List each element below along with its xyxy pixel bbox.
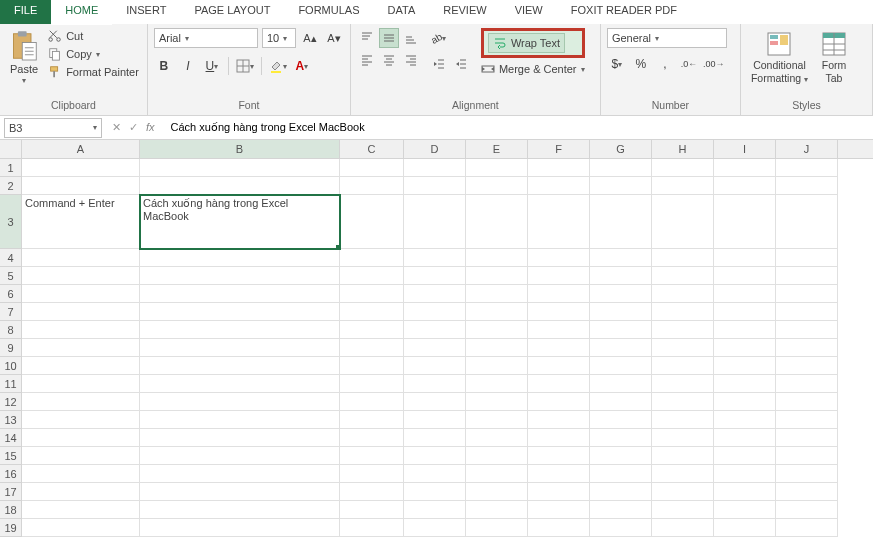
cell-D7[interactable]	[404, 303, 466, 321]
cell-D18[interactable]	[404, 501, 466, 519]
cell-H9[interactable]	[652, 339, 714, 357]
cell-B18[interactable]	[140, 501, 340, 519]
cell-H17[interactable]	[652, 483, 714, 501]
cell-H4[interactable]	[652, 249, 714, 267]
cell-F6[interactable]	[528, 285, 590, 303]
tab-home[interactable]: HOME	[51, 0, 112, 24]
format-painter-button[interactable]: Format Painter	[46, 64, 141, 80]
cell-D15[interactable]	[404, 447, 466, 465]
cell-C7[interactable]	[340, 303, 404, 321]
cell-A7[interactable]	[22, 303, 140, 321]
cell-I15[interactable]	[714, 447, 776, 465]
cell-B9[interactable]	[140, 339, 340, 357]
cell-E13[interactable]	[466, 411, 528, 429]
cell-A19[interactable]	[22, 519, 140, 537]
cell-H15[interactable]	[652, 447, 714, 465]
cell-H5[interactable]	[652, 267, 714, 285]
tab-insert[interactable]: INSERT	[112, 0, 180, 24]
increase-indent-button[interactable]	[451, 54, 471, 74]
column-header-I[interactable]: I	[714, 140, 776, 158]
row-header-6[interactable]: 6	[0, 285, 22, 303]
accounting-format-button[interactable]: $▾	[607, 54, 627, 74]
cell-I5[interactable]	[714, 267, 776, 285]
cell-F2[interactable]	[528, 177, 590, 195]
cell-C10[interactable]	[340, 357, 404, 375]
cell-E2[interactable]	[466, 177, 528, 195]
cell-F5[interactable]	[528, 267, 590, 285]
cell-I18[interactable]	[714, 501, 776, 519]
italic-button[interactable]: I	[178, 56, 198, 76]
cell-J10[interactable]	[776, 357, 838, 375]
tab-view[interactable]: VIEW	[501, 0, 557, 24]
cell-H6[interactable]	[652, 285, 714, 303]
cell-C5[interactable]	[340, 267, 404, 285]
cell-J11[interactable]	[776, 375, 838, 393]
decrease-indent-button[interactable]	[429, 54, 449, 74]
select-all-corner[interactable]	[0, 140, 22, 158]
comma-button[interactable]: ,	[655, 54, 675, 74]
orientation-button[interactable]: ab▾	[429, 28, 449, 48]
merge-center-button[interactable]: Merge & Center ▾	[481, 62, 585, 76]
cell-B4[interactable]	[140, 249, 340, 267]
cell-A6[interactable]	[22, 285, 140, 303]
cell-D13[interactable]	[404, 411, 466, 429]
cell-J2[interactable]	[776, 177, 838, 195]
cell-A12[interactable]	[22, 393, 140, 411]
cell-J5[interactable]	[776, 267, 838, 285]
cell-I19[interactable]	[714, 519, 776, 537]
cell-G2[interactable]	[590, 177, 652, 195]
column-header-C[interactable]: C	[340, 140, 404, 158]
row-header-19[interactable]: 19	[0, 519, 22, 537]
cell-A17[interactable]	[22, 483, 140, 501]
fill-color-button[interactable]: ▾	[268, 56, 288, 76]
tab-page-layout[interactable]: PAGE LAYOUT	[180, 0, 284, 24]
cell-I8[interactable]	[714, 321, 776, 339]
row-header-2[interactable]: 2	[0, 177, 22, 195]
cell-D5[interactable]	[404, 267, 466, 285]
column-header-B[interactable]: B	[140, 140, 340, 158]
cell-J8[interactable]	[776, 321, 838, 339]
cell-G11[interactable]	[590, 375, 652, 393]
cell-A16[interactable]	[22, 465, 140, 483]
cell-G9[interactable]	[590, 339, 652, 357]
cell-F7[interactable]	[528, 303, 590, 321]
font-color-button[interactable]: A ▾	[292, 56, 312, 76]
decrease-font-button[interactable]: A▾	[324, 28, 344, 48]
cell-H7[interactable]	[652, 303, 714, 321]
cell-J3[interactable]	[776, 195, 838, 249]
row-header-8[interactable]: 8	[0, 321, 22, 339]
cell-D10[interactable]	[404, 357, 466, 375]
cell-G14[interactable]	[590, 429, 652, 447]
cell-C8[interactable]	[340, 321, 404, 339]
cell-I17[interactable]	[714, 483, 776, 501]
cell-F1[interactable]	[528, 159, 590, 177]
cell-B5[interactable]	[140, 267, 340, 285]
cell-B11[interactable]	[140, 375, 340, 393]
cell-J19[interactable]	[776, 519, 838, 537]
cell-C2[interactable]	[340, 177, 404, 195]
cell-I9[interactable]	[714, 339, 776, 357]
cell-B19[interactable]	[140, 519, 340, 537]
align-bottom-button[interactable]	[401, 28, 421, 48]
cell-A5[interactable]	[22, 267, 140, 285]
cell-G10[interactable]	[590, 357, 652, 375]
percent-button[interactable]: %	[631, 54, 651, 74]
cell-F19[interactable]	[528, 519, 590, 537]
cell-H8[interactable]	[652, 321, 714, 339]
column-header-D[interactable]: D	[404, 140, 466, 158]
cell-E17[interactable]	[466, 483, 528, 501]
cell-A2[interactable]	[22, 177, 140, 195]
cell-E16[interactable]	[466, 465, 528, 483]
row-header-7[interactable]: 7	[0, 303, 22, 321]
cell-G1[interactable]	[590, 159, 652, 177]
cell-F15[interactable]	[528, 447, 590, 465]
cell-B16[interactable]	[140, 465, 340, 483]
cell-I14[interactable]	[714, 429, 776, 447]
cell-F4[interactable]	[528, 249, 590, 267]
row-header-3[interactable]: 3	[0, 195, 22, 249]
cell-C14[interactable]	[340, 429, 404, 447]
cell-I10[interactable]	[714, 357, 776, 375]
cell-C19[interactable]	[340, 519, 404, 537]
formula-input[interactable]	[165, 122, 873, 134]
cell-E11[interactable]	[466, 375, 528, 393]
